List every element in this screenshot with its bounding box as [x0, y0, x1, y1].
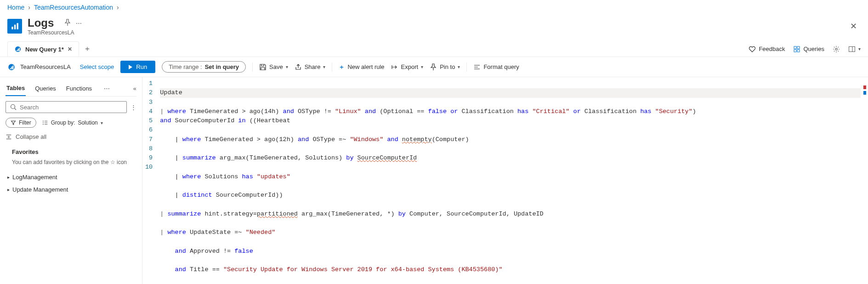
query-toolbar: TeamResourcesLA Select scope Run Time ra… — [0, 57, 868, 77]
tab-close-icon[interactable]: ✕ — [68, 46, 72, 52]
workspace-name: TeamResourcesLA — [20, 63, 71, 70]
export-icon — [391, 63, 398, 71]
queries-icon — [793, 45, 800, 53]
pin-to-button[interactable]: Pin to▾ — [430, 63, 460, 71]
tree-item-logmanagement[interactable]: ▸ LogManagement — [6, 171, 136, 183]
tree-item-updatemanagement[interactable]: ▸ Update Management — [6, 183, 136, 196]
more-icon[interactable]: ⋯ — [76, 20, 82, 27]
panel-layout-button[interactable]: ▾ — [848, 45, 861, 53]
svg-rect-16 — [11, 66, 12, 69]
svg-point-18 — [11, 105, 15, 109]
svg-rect-17 — [12, 65, 13, 69]
collapse-icon — [6, 134, 12, 140]
svg-rect-15 — [10, 68, 11, 69]
save-icon — [259, 63, 267, 71]
groupby-icon — [42, 119, 48, 126]
export-button[interactable]: Export▾ — [391, 63, 424, 71]
run-button[interactable]: Run — [120, 61, 155, 73]
play-icon — [129, 65, 132, 69]
svg-rect-5 — [18, 49, 19, 51]
divider — [332, 62, 332, 72]
sidebar-search-input[interactable] — [20, 104, 123, 111]
share-label: Share — [305, 63, 321, 70]
sidebar-collapse-icon[interactable]: « — [133, 85, 136, 92]
format-query-button[interactable]: Format query — [473, 63, 519, 71]
caret-right-icon: ▸ — [7, 187, 10, 192]
filter-label: Filter — [19, 119, 31, 126]
query-tab-active[interactable]: New Query 1* ✕ — [7, 41, 79, 57]
filter-button[interactable]: Filter — [6, 118, 36, 128]
sidebar-tab-tables[interactable]: Tables — [6, 81, 26, 96]
svg-rect-2 — [17, 23, 18, 29]
new-alert-label: New alert rule — [347, 63, 384, 70]
query-tab-label: New Query 1* — [25, 46, 64, 53]
filter-icon — [11, 120, 16, 125]
save-label: Save — [269, 63, 283, 70]
breadcrumb-home[interactable]: Home — [7, 4, 24, 11]
layout-icon — [848, 45, 856, 53]
query-editor[interactable]: 12345678910 Update | where TimeGenerated… — [142, 77, 868, 284]
page-header: Logs ⋯ TeamResourcesLA ✕ — [0, 15, 868, 41]
sidebar-more-icon[interactable]: ⋯ — [101, 85, 113, 92]
new-alert-button[interactable]: ＋ New alert rule — [339, 63, 384, 71]
logs-icon — [7, 19, 22, 34]
time-range-pill[interactable]: Time range : Set in query — [162, 61, 246, 73]
select-scope-link[interactable]: Select scope — [80, 63, 114, 70]
pin-icon — [430, 63, 437, 71]
feedback-button[interactable]: Feedback — [749, 45, 785, 53]
sidebar-tab-queries[interactable]: Queries — [34, 81, 57, 96]
plus-icon: ＋ — [339, 63, 345, 71]
queries-button[interactable]: Queries — [793, 45, 824, 53]
svg-rect-7 — [794, 46, 796, 49]
chevron-down-icon: ▾ — [858, 46, 861, 51]
svg-rect-0 — [11, 27, 13, 29]
chevron-right-icon: › — [28, 4, 30, 11]
svg-rect-1 — [14, 25, 16, 29]
heart-icon — [749, 45, 756, 53]
svg-rect-4 — [17, 50, 17, 51]
sidebar-search[interactable] — [6, 101, 127, 113]
svg-rect-12 — [849, 46, 855, 51]
favorites-heading: Favorites — [6, 146, 136, 157]
tree-item-label: LogManagement — [12, 174, 57, 181]
groupby-button[interactable]: Group by: Solution ▾ — [42, 119, 103, 126]
page-title: Logs — [28, 17, 54, 29]
feedback-label: Feedback — [759, 45, 785, 52]
chevron-right-icon: › — [117, 4, 119, 11]
save-button[interactable]: Save▾ — [259, 63, 288, 71]
editor-minimap-marks — [863, 77, 868, 284]
share-button[interactable]: Share▾ — [295, 63, 326, 71]
svg-rect-8 — [797, 46, 800, 49]
pin-icon[interactable] — [64, 19, 71, 28]
collapse-all-label: Collapse all — [16, 133, 46, 140]
add-tab-button[interactable]: ＋ — [79, 41, 96, 57]
sidebar-search-more-icon[interactable]: ⋮ — [130, 104, 136, 111]
breadcrumb: Home › TeamResourcesAutomation › — [0, 0, 868, 15]
sidebar-tab-functions[interactable]: Functions — [65, 81, 93, 96]
format-query-label: Format query — [483, 63, 519, 70]
groupby-value: Solution — [78, 119, 97, 126]
query-tabs: New Query 1* ✕ ＋ Feedback Queries ▾ — [0, 41, 868, 57]
svg-rect-10 — [797, 50, 800, 52]
search-icon — [10, 103, 17, 111]
time-range-label: Time range : — [169, 63, 202, 70]
breadcrumb-item[interactable]: TeamResourcesAutomation — [34, 4, 113, 11]
caret-right-icon: ▸ — [7, 175, 10, 180]
divider — [466, 62, 467, 72]
tree-item-label: Update Management — [12, 186, 68, 193]
close-icon[interactable]: ✕ — [846, 17, 861, 35]
export-label: Export — [401, 63, 419, 70]
run-label: Run — [136, 63, 147, 70]
collapse-all-button[interactable]: Collapse all — [6, 133, 136, 140]
gear-icon — [833, 45, 840, 53]
favorites-hint: You can add favorites by clicking on the… — [6, 157, 136, 171]
format-icon — [473, 63, 481, 71]
page-subtitle: TeamResourcesLA — [28, 29, 82, 36]
svg-point-11 — [835, 48, 837, 50]
svg-line-19 — [15, 108, 17, 110]
time-range-value: Set in query — [205, 63, 239, 70]
editor-code[interactable]: Update | where TimeGenerated > ago(14h) … — [157, 77, 863, 284]
chevron-down-icon: ▾ — [101, 120, 103, 125]
sidebar: Tables Queries Functions ⋯ « ⋮ Filter Gr… — [0, 77, 142, 284]
settings-button[interactable] — [833, 45, 840, 53]
